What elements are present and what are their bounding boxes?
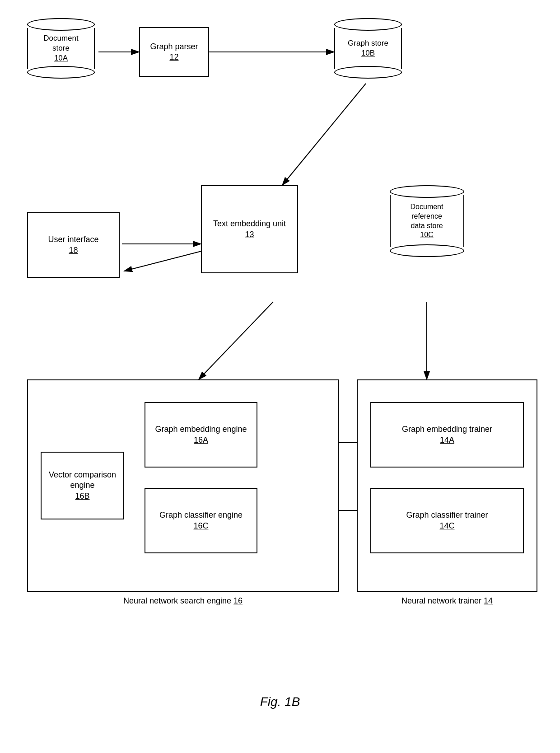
svg-line-6 bbox=[199, 302, 273, 379]
graph-classifier-trainer-label: Graph classifier trainer bbox=[406, 510, 488, 520]
text-embedding-unit-id: 13 bbox=[213, 229, 286, 240]
neural-network-trainer-label: Neural network trainer 14 bbox=[357, 596, 537, 606]
vector-comparison-engine: Vector comparison engine 16B bbox=[41, 452, 124, 519]
vector-comparison-engine-id: 16B bbox=[42, 491, 123, 501]
graph-embedding-trainer: Graph embedding trainer 14A bbox=[370, 402, 524, 468]
graph-classifier-trainer: Graph classifier trainer 14C bbox=[370, 488, 524, 553]
graph-parser-id: 12 bbox=[150, 52, 198, 62]
graph-classifier-trainer-id: 14C bbox=[406, 521, 488, 531]
svg-line-5 bbox=[124, 251, 203, 271]
graph-store: Graph store 10B bbox=[334, 18, 404, 79]
text-embedding-unit: Text embedding unit 13 bbox=[201, 185, 298, 273]
graph-parser: Graph parser 12 bbox=[139, 27, 209, 77]
doc-ref-store-id: 10C bbox=[420, 230, 433, 240]
doc-ref-data-store: Document reference data store 10C bbox=[388, 185, 467, 257]
user-interface-id: 18 bbox=[48, 245, 98, 256]
graph-classifier-engine-id: 16C bbox=[159, 521, 243, 531]
user-interface: User interface 18 bbox=[27, 212, 120, 278]
graph-embedding-engine: Graph embedding engine 16A bbox=[145, 402, 257, 468]
svg-line-3 bbox=[282, 84, 366, 185]
neural-network-search-engine-label: Neural network search engine 16 bbox=[27, 596, 339, 606]
graph-classifier-engine-label: Graph classifier engine bbox=[159, 510, 243, 520]
graph-store-label: Graph store bbox=[348, 38, 388, 48]
doc-ref-store-label: Document reference data store bbox=[411, 202, 443, 230]
document-store-label: Document store bbox=[43, 33, 78, 53]
vector-comparison-engine-label: Vector comparison engine bbox=[42, 470, 123, 491]
graph-embedding-engine-label: Graph embedding engine bbox=[155, 424, 247, 435]
graph-embedding-engine-id: 16A bbox=[155, 435, 247, 445]
graph-embedding-trainer-label: Graph embedding trainer bbox=[402, 424, 492, 435]
graph-store-id: 10B bbox=[361, 48, 375, 58]
document-store: Document store 10A bbox=[27, 18, 97, 79]
diagram: Document store 10A Graph parser 12 Graph… bbox=[18, 9, 542, 723]
graph-embedding-trainer-id: 14A bbox=[402, 435, 492, 445]
arrows-svg bbox=[18, 9, 542, 723]
graph-classifier-engine: Graph classifier engine 16C bbox=[145, 488, 257, 553]
text-embedding-unit-label: Text embedding unit bbox=[213, 219, 286, 229]
fig-label: Fig. 1B bbox=[260, 695, 300, 709]
document-store-id: 10A bbox=[54, 53, 68, 63]
graph-parser-label: Graph parser bbox=[150, 42, 198, 52]
user-interface-label: User interface bbox=[48, 234, 98, 245]
